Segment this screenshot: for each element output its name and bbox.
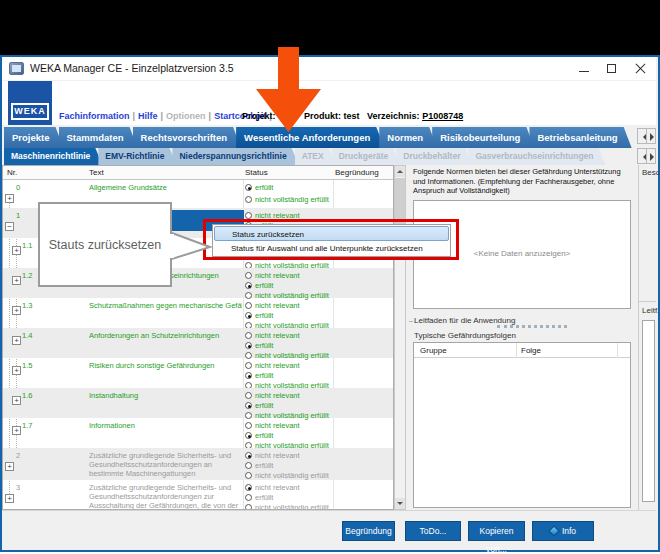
- tab-wesentliche-anforderungen[interactable]: Wesentliche Anforderungen: [236, 127, 384, 148]
- radio-selected[interactable]: [245, 342, 252, 349]
- table-row-1.4[interactable]: +1.4Anforderungen an Schutzeinrichtungen…: [3, 328, 393, 358]
- expander-icon[interactable]: +: [12, 396, 21, 405]
- title-bar[interactable]: WEKA Manager CE - Einzelplatzversion 3.5: [2, 57, 656, 81]
- status-option[interactable]: nicht vollständig erfüllt: [245, 195, 329, 205]
- status-option[interactable]: erfüllt: [245, 341, 273, 351]
- radio-unselected[interactable]: [245, 212, 252, 219]
- expander-icon[interactable]: −: [5, 222, 14, 231]
- splitter-grip[interactable]: [497, 325, 567, 328]
- radio-selected[interactable]: [245, 372, 252, 379]
- footer-button-todo-[interactable]: ToDo...: [405, 521, 461, 541]
- radio-unselected[interactable]: [245, 332, 252, 339]
- minimize-button[interactable]: [570, 57, 598, 80]
- status-option[interactable]: erfüllt: [245, 281, 273, 291]
- status-option[interactable]: erfüllt: [245, 493, 273, 503]
- radio-selected[interactable]: [245, 484, 252, 491]
- table-row-2[interactable]: +2Zusätzliche grundlegende Sicherheits- …: [3, 448, 393, 480]
- scroll-left-icon[interactable]: [638, 149, 646, 163]
- close-button[interactable]: [626, 57, 654, 80]
- table-row-1.7[interactable]: +1.7Informationennicht relevanterfülltni…: [3, 418, 393, 448]
- annotation-callout: Stauts zurücksetzen: [38, 202, 172, 287]
- app-icon: [9, 62, 24, 75]
- tab-projekte[interactable]: Projekte: [4, 127, 64, 148]
- radio-selected[interactable]: [245, 402, 252, 409]
- scrollbar-thumb[interactable]: [395, 178, 405, 224]
- status-option[interactable]: erfüllt: [245, 371, 273, 381]
- directory-link[interactable]: P1008748: [422, 111, 463, 121]
- expander-icon[interactable]: +: [12, 246, 21, 255]
- expander-icon[interactable]: +: [12, 276, 21, 285]
- footer-button-kopieren-von-[interactable]: Kopieren von...: [468, 521, 525, 541]
- expander-icon[interactable]: +: [5, 494, 14, 503]
- status-option[interactable]: nicht relevant: [245, 271, 300, 281]
- scroll-right-icon[interactable]: [646, 129, 655, 143]
- radio-selected[interactable]: [245, 184, 252, 191]
- radio-unselected[interactable]: [245, 422, 252, 429]
- radio-unselected[interactable]: [245, 392, 252, 399]
- maximize-button[interactable]: [598, 57, 626, 80]
- status-option[interactable]: erfüllt: [245, 311, 273, 321]
- table-row-1.6[interactable]: +1.6Instandhaltungnicht relevanterfülltn…: [3, 388, 393, 418]
- status-option[interactable]: nicht relevant: [245, 361, 300, 371]
- status-option[interactable]: nicht relevant: [245, 483, 300, 493]
- status-option[interactable]: erfüllt: [245, 401, 273, 411]
- radio-unselected[interactable]: [245, 302, 252, 309]
- expander-icon[interactable]: +: [5, 462, 14, 471]
- tab-stammdaten[interactable]: Stammdaten: [59, 127, 138, 148]
- table-row-1.3[interactable]: +1.3Schutzmaßnahmen gegen mechanische Ge…: [3, 298, 393, 328]
- context-menu-item-2[interactable]: Status für Auswahl und alle Unterpunkte …: [214, 241, 449, 256]
- expander-icon[interactable]: +: [12, 336, 21, 345]
- radio-unselected[interactable]: [245, 494, 252, 501]
- scroll-left-icon[interactable]: [638, 129, 646, 143]
- expander-icon[interactable]: +: [12, 426, 21, 435]
- subtab-niederspannungsrichtlinie[interactable]: Niederspannungsrichtlinie: [172, 148, 298, 165]
- status-option[interactable]: nicht vollständig erfüllt: [245, 503, 329, 510]
- tab-normen[interactable]: Normen: [379, 127, 437, 148]
- tab-risikobeurteilung[interactable]: Risikobeurteilung: [432, 127, 534, 148]
- scroll-right-icon[interactable]: [646, 149, 655, 163]
- context-menu-item-1[interactable]: Status zurücksetzen: [214, 226, 449, 241]
- menu-link-hilfe[interactable]: Hilfe: [138, 111, 158, 121]
- expander-icon[interactable]: +: [5, 194, 14, 203]
- radio-unselected[interactable]: [245, 272, 252, 279]
- status-option[interactable]: nicht relevant: [245, 391, 300, 401]
- status-option[interactable]: nicht relevant: [245, 421, 300, 431]
- footer-button-info[interactable]: Info: [532, 521, 594, 541]
- side-panel-label-mid: Leitf.: [642, 306, 659, 315]
- collapsed-side-panel[interactable]: Besc Leitf.: [638, 165, 656, 510]
- footer-button-begr-ndung[interactable]: Begründung: [342, 521, 395, 541]
- radio-unselected[interactable]: [245, 362, 252, 369]
- status-option[interactable]: nicht relevant: [245, 211, 300, 221]
- radio-unselected[interactable]: [245, 472, 252, 479]
- radio-label: erfüllt: [255, 461, 273, 470]
- status-option[interactable]: erfüllt: [245, 461, 273, 471]
- table-row-3[interactable]: +3Zusätzliche grundlegende Sicherheits- …: [3, 480, 393, 510]
- menu-link-fachinformation[interactable]: Fachinformation: [59, 111, 130, 121]
- radio-selected[interactable]: [245, 452, 252, 459]
- status-option[interactable]: nicht relevant: [245, 301, 300, 311]
- tab-betriebsanleitung[interactable]: Betriebsanleitung: [529, 127, 631, 148]
- leitfaden-section-label[interactable]: Leitfaden für die Anwendung: [414, 316, 515, 325]
- status-option[interactable]: erfüllt: [245, 431, 273, 441]
- table-scrollbar[interactable]: [394, 165, 406, 510]
- product-label: Produkt:: [304, 111, 341, 121]
- row-text: Instandhaltung: [89, 391, 242, 400]
- radio-selected[interactable]: [245, 312, 252, 319]
- radio-selected[interactable]: [245, 432, 252, 439]
- radio-label: nicht vollständig erfüllt: [255, 503, 329, 510]
- subtab-maschinenrichtlinie[interactable]: Maschinenrichtlinie: [4, 148, 102, 165]
- radio-unselected[interactable]: [245, 196, 252, 203]
- subtab-emv-richtlinie[interactable]: EMV-Richtlinie: [98, 148, 176, 165]
- radio-unselected[interactable]: [245, 462, 252, 469]
- tab-rechtsvorschriften[interactable]: Rechtsvorschriften: [133, 127, 242, 148]
- status-option[interactable]: nicht relevant: [245, 331, 300, 341]
- radio-selected[interactable]: [245, 282, 252, 289]
- status-option[interactable]: erfüllt: [245, 183, 273, 193]
- sub-tab-scroller[interactable]: [637, 148, 656, 164]
- radio-label: nicht vollständig erfüllt: [255, 471, 329, 480]
- main-tab-scroller[interactable]: [637, 128, 656, 144]
- status-option[interactable]: nicht relevant: [245, 451, 300, 461]
- expander-icon[interactable]: +: [12, 366, 21, 375]
- table-row-1.5[interactable]: +1.5Risiken durch sonstige Gefährdungenn…: [3, 358, 393, 388]
- expander-icon[interactable]: +: [12, 306, 21, 315]
